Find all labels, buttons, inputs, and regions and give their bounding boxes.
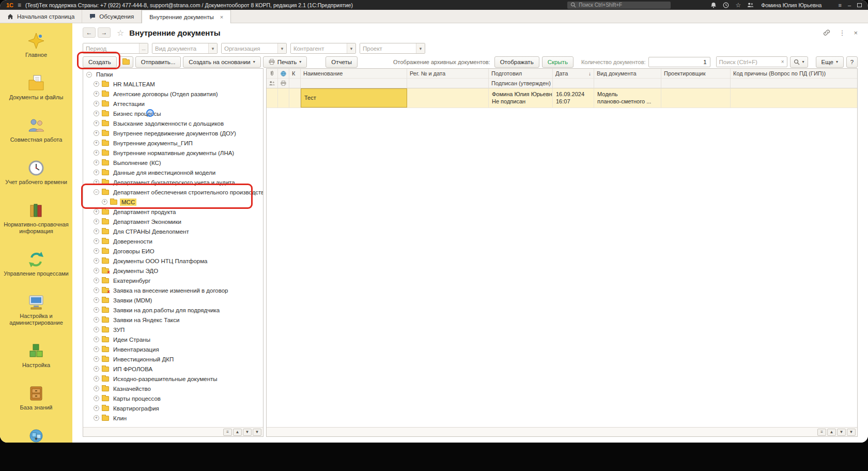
main-menu-icon[interactable]: ≡ [18, 2, 21, 9]
tree-folder-item[interactable]: + Квартирография [83, 403, 263, 413]
sidebar-item-main[interactable]: Главное [2, 32, 70, 58]
tree-folder-item[interactable]: + Идеи Страны [83, 335, 263, 344]
tree-folder-item[interactable]: + Карты процессов [83, 393, 263, 403]
tree-folder-item[interactable]: + Заявки на доп.работы для подрядчика [83, 305, 263, 315]
expander-icon[interactable]: + [94, 101, 99, 107]
panel-nav-button[interactable]: ▼ [837, 429, 846, 436]
tree-folder-item[interactable]: + Екатеринбург [83, 276, 263, 285]
tree-folder-item[interactable]: + Договоры ЕИО [83, 246, 263, 256]
tree-folder-item[interactable]: + Заявки (MDM) [83, 295, 263, 305]
tree-folder-item[interactable]: + Департамент Экономики [83, 217, 263, 226]
panel-nav-button[interactable]: ▼ [253, 429, 261, 436]
tree-folder-item[interactable]: + Внутренние документы_ГИП [83, 138, 263, 148]
expander-icon[interactable]: + [94, 337, 99, 342]
tree-folder-item[interactable]: + Департамент продукта [83, 207, 263, 217]
tree-folder-item[interactable]: + Для СТРАНЫ Девелопмент [83, 226, 263, 236]
column-header-reason-code[interactable]: Код причины (Вопрос по ПД (ГИП)) [731, 69, 857, 79]
tree-folder-item[interactable]: + Казначейство [83, 384, 263, 393]
expander-icon[interactable]: + [94, 356, 99, 362]
sidebar-item-knowledge-base[interactable]: База знаний [2, 384, 70, 411]
document-row[interactable]: Тест Фомина Юлия Юрьевна Не подписан 16.… [267, 88, 857, 108]
column-header-web[interactable] [278, 69, 289, 79]
tree-folder-item[interactable]: + ЗУП [83, 325, 263, 335]
period-input[interactable] [83, 43, 139, 53]
column-header-prepared[interactable]: Подготовил [489, 69, 553, 79]
show-archived-button[interactable]: Отображать [494, 56, 539, 68]
tree-folder-item[interactable]: − Департамент обеспечения строительного … [83, 187, 263, 197]
project-input[interactable] [360, 43, 416, 53]
expander-icon[interactable]: + [94, 376, 99, 382]
favorite-star-icon[interactable]: ☆ [117, 28, 124, 38]
back-button[interactable]: ← [83, 27, 96, 38]
global-search-input[interactable]: Поиск Ctrl+Shift+F [567, 2, 671, 9]
tree-folder-item[interactable]: + Департамент бухгалтерского учета и ауд… [83, 177, 263, 187]
tree-folder-item[interactable]: + Выполнение (КС) [83, 158, 263, 168]
expander-icon[interactable]: − [86, 72, 92, 78]
tree-folder-item[interactable]: + Заявка на внесение изменений в договор [83, 285, 263, 295]
tree-folder-item[interactable]: + Документы ООО НТЦ Платформа [83, 256, 263, 266]
sidebar-item-documents[interactable]: Документы и файлы [2, 74, 70, 101]
tree-folder-item[interactable]: + Взыскание задолженности с дольщиков [83, 118, 263, 128]
tree-folder-item[interactable]: + Внутренние нормативные документы (ЛНА) [83, 148, 263, 158]
user-menu[interactable]: Фомина Юлия Юрьевна [761, 2, 822, 8]
counterparty-input[interactable] [291, 43, 347, 53]
tree-folder-item[interactable]: + Клин [83, 413, 263, 423]
expander-icon[interactable]: + [94, 346, 99, 352]
counterparty-dropdown-button[interactable]: ▾ [347, 43, 355, 53]
expander-icon[interactable]: + [94, 150, 99, 156]
expander-icon[interactable]: + [94, 396, 99, 401]
project-dropdown-button[interactable]: ▾ [416, 43, 425, 53]
expander-icon[interactable]: − [94, 189, 99, 195]
expander-icon[interactable]: + [94, 405, 99, 411]
tree-folder-item[interactable]: + МСС [83, 197, 263, 207]
expander-icon[interactable]: + [94, 317, 99, 323]
expander-icon[interactable]: + [94, 307, 99, 313]
column-header-attachment[interactable] [267, 69, 278, 79]
expander-icon[interactable]: + [94, 140, 99, 146]
tree-folder-item[interactable]: + Заявки на Яндекс Такси [83, 315, 263, 325]
sidebar-scroll-more-icon[interactable]: ▼ [0, 436, 72, 442]
expander-icon[interactable]: + [94, 238, 99, 244]
table-search-input[interactable] [717, 57, 779, 67]
search-settings-button[interactable]: ▾ [790, 56, 808, 68]
expander-icon[interactable]: + [94, 229, 99, 234]
period-select-button[interactable]: ... [139, 43, 148, 53]
favorites-icon[interactable]: ☆ [735, 2, 741, 8]
column-header-date[interactable]: Дата↓ [553, 69, 594, 79]
expander-icon[interactable]: + [94, 327, 99, 332]
panel-nav-button[interactable]: ▲ [827, 429, 836, 436]
organization-dropdown-button[interactable]: ▾ [277, 43, 286, 53]
expander-icon[interactable]: + [94, 160, 99, 165]
tree-folder-item[interactable]: + ИП ФРОЛОВА [83, 364, 263, 374]
expander-icon[interactable]: + [94, 120, 99, 126]
expander-icon[interactable]: + [102, 199, 107, 205]
clear-search-button[interactable]: × [779, 57, 787, 67]
expander-icon[interactable]: + [94, 111, 99, 116]
create-based-on-button[interactable]: Создать на основании▾ [183, 56, 260, 68]
expander-icon[interactable]: + [94, 130, 99, 136]
column-header-printed[interactable] [278, 79, 289, 88]
forward-button[interactable]: → [98, 27, 111, 38]
column-header-k[interactable]: К [289, 69, 301, 79]
organization-input[interactable] [222, 43, 277, 53]
tab-home-page[interactable]: Начальная страница [0, 10, 82, 23]
expander-icon[interactable]: + [94, 366, 99, 372]
column-header-signed[interactable]: Подписан (утвержден) [489, 79, 553, 88]
panel-nav-button[interactable]: ≡ [223, 429, 232, 436]
reports-button[interactable]: Отчеты [326, 56, 358, 68]
expander-icon[interactable]: + [94, 258, 99, 264]
panel-nav-button[interactable]: ≡ [817, 429, 826, 436]
column-header-reg[interactable]: Рег. № и дата [407, 69, 489, 79]
expander-icon[interactable]: + [94, 219, 99, 224]
sidebar-item-reference-info[interactable]: Нормативно-справочная информация [2, 201, 70, 235]
tree-folder-item[interactable]: + HR MALLTEAM [83, 79, 263, 89]
doc-kind-dropdown-button[interactable]: ▾ [208, 43, 217, 53]
doc-kind-input[interactable] [152, 43, 208, 53]
panel-nav-button[interactable]: ▼ [243, 429, 252, 436]
contacts-icon[interactable] [747, 2, 754, 8]
more-menu-icon[interactable]: ⋮ [839, 29, 845, 37]
create-button[interactable]: Создать [83, 56, 117, 68]
doc-count-input[interactable] [648, 57, 710, 67]
expander-icon[interactable]: + [94, 278, 99, 283]
folders-root-item[interactable]: − Папки [83, 70, 263, 79]
